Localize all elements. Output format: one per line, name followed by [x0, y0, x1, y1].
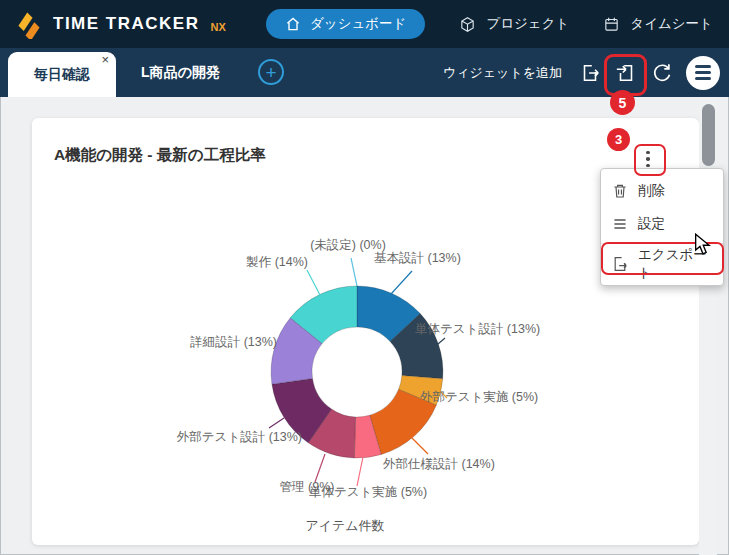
import-dashboard-button[interactable] [614, 61, 638, 85]
main-nav: ダッシュボード プロジェクト タイムシート [266, 0, 713, 48]
chart-slice-label: 製作 (14%) [246, 255, 308, 269]
chart-leader-line [315, 454, 325, 482]
tabbar-actions: ウィジェットを追加 [443, 48, 720, 97]
hamburger-menu-icon [695, 65, 711, 68]
nav-item-timesheet[interactable]: タイムシート [603, 15, 713, 33]
chart-leader-line [351, 258, 357, 286]
nav-item-dashboard[interactable]: ダッシュボード [266, 9, 425, 39]
zigzag-logo-icon [14, 9, 44, 39]
chart-slice-label: 詳細設計 (13%) [189, 335, 277, 349]
menu-item-label: 削除 [638, 182, 665, 200]
tab-daily-check[interactable]: 毎日確認 × [8, 52, 116, 97]
scrollbar-thumb[interactable] [702, 104, 715, 166]
nav-label: プロジェクト [486, 15, 569, 33]
tab-close-icon[interactable]: × [101, 53, 109, 67]
refresh-button[interactable] [650, 61, 674, 85]
nav-item-projects[interactable]: プロジェクト [459, 15, 569, 33]
export-icon [579, 62, 601, 84]
home-icon [285, 16, 301, 32]
trash-icon [612, 183, 628, 199]
chart-slice-label: (未設定) (0%) [310, 238, 386, 252]
import-icon [615, 62, 637, 84]
kebab-icon [646, 151, 650, 155]
refresh-icon [651, 62, 673, 84]
tab-l-product[interactable]: L商品の開発 [133, 48, 228, 97]
donut-chart: (未設定) (0%)基本設計 (13%)単体テスト設計 (13%)外部テスト実施… [32, 118, 699, 545]
widget-card: A機能の開発 - 最新の工程比率 (未設定) (0%)基本設計 (13%)単体テ… [32, 118, 699, 545]
menu-item-delete[interactable]: 削除 [601, 174, 723, 207]
nav-label: タイムシート [630, 15, 713, 33]
app-window: TIME TRACKER NX ダッシュボード プロジェクト [0, 0, 729, 555]
chart-slice-label: 外部テスト設計 (13%) [177, 430, 302, 444]
menu-item-label: 設定 [638, 215, 665, 233]
nav-label: ダッシュボード [310, 15, 406, 33]
export-dashboard-button[interactable] [578, 61, 602, 85]
package-icon [459, 16, 476, 33]
chart-leader-line [438, 338, 445, 344]
brand: TIME TRACKER NX [14, 0, 226, 48]
chart-leader-line [307, 270, 320, 295]
widget-context-menu: 削除 設定 エクスポート [600, 168, 724, 286]
step-badge-3: 3 [607, 128, 630, 151]
chart-leader-line [410, 436, 428, 454]
hamburger-menu-button[interactable] [686, 56, 720, 90]
chart-leader-line [357, 457, 363, 486]
mouse-cursor [694, 233, 712, 255]
chart-slice-label: 基本設計 (13%) [374, 251, 461, 265]
chart-leader-line [269, 418, 284, 428]
add-widget-button[interactable]: ウィジェットを追加 [443, 64, 562, 82]
chart-slice-label: 外部テスト実施 (5%) [420, 390, 538, 404]
tab-label: 毎日確認 [34, 66, 90, 84]
brand-suffix: NX [210, 21, 225, 48]
chart-slice-label: 単体テスト設計 (13%) [415, 322, 540, 336]
chart-slice-label: 外部仕様設計 (14%) [383, 457, 495, 471]
top-navbar: TIME TRACKER NX ダッシュボード プロジェクト [0, 0, 729, 48]
chart-leader-line [391, 271, 412, 294]
plus-icon: + [265, 62, 276, 83]
tab-label: L商品の開発 [141, 64, 220, 82]
export-icon [612, 256, 628, 272]
settings-icon [612, 216, 628, 232]
chart-slice-label: 管理 (9%) [280, 480, 335, 494]
add-tab-button[interactable]: + [258, 59, 284, 85]
chart-caption: アイテム件数 [305, 518, 384, 533]
brand-name: TIME TRACKER [53, 14, 199, 34]
scrollbar-track [699, 97, 717, 555]
calendar-icon [603, 16, 620, 33]
step-badge-5: 5 [610, 90, 635, 115]
